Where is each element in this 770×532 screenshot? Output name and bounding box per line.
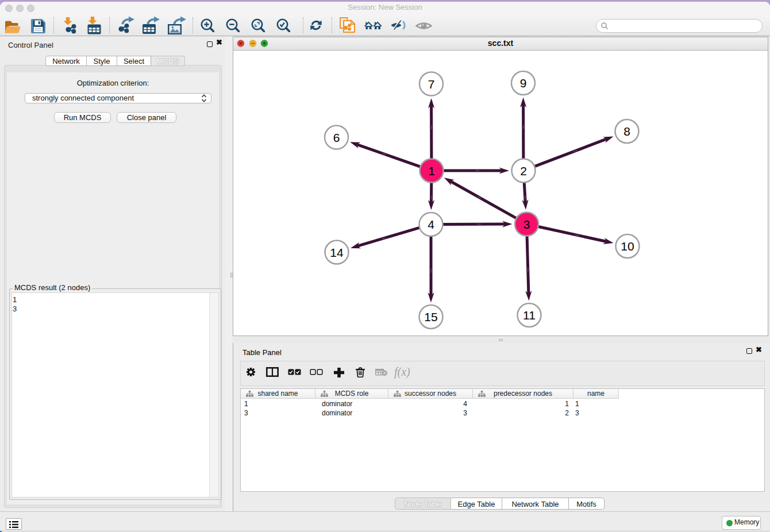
- svg-text:15: 15: [424, 310, 437, 323]
- svg-text:9: 9: [520, 76, 527, 90]
- svg-text:10: 10: [621, 240, 634, 253]
- svg-text:11: 11: [523, 309, 536, 322]
- svg-text:1: 1: [428, 164, 435, 178]
- svg-text:14: 14: [330, 246, 344, 259]
- svg-text:3: 3: [523, 218, 530, 231]
- svg-text:8: 8: [623, 125, 630, 138]
- svg-text:2: 2: [520, 164, 527, 178]
- svg-text:4: 4: [428, 218, 434, 231]
- svg-text:7: 7: [428, 78, 435, 91]
- svg-text:6: 6: [333, 131, 340, 144]
